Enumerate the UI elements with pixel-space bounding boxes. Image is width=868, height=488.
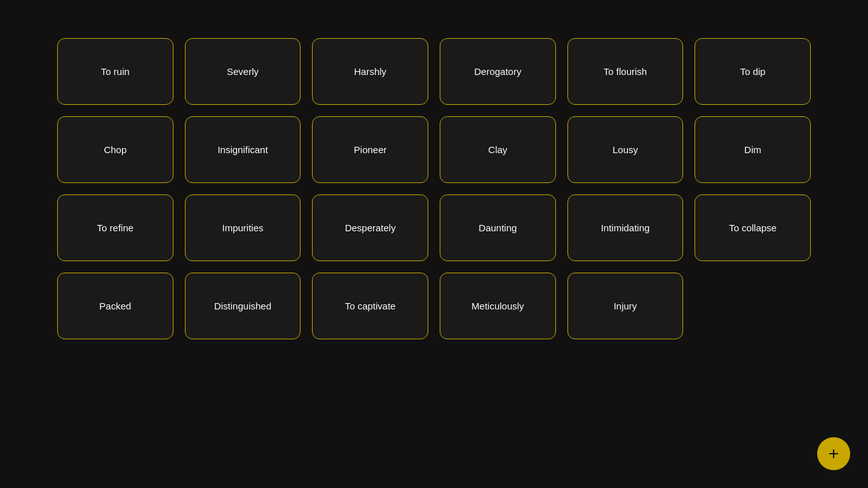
card-severly[interactable]: Severly bbox=[185, 38, 301, 105]
card-label-severly: Severly bbox=[220, 60, 265, 83]
card-label-to-refine: To refine bbox=[91, 216, 140, 240]
card-label-to-flourish: To flourish bbox=[597, 60, 653, 83]
card-daunting[interactable]: Daunting bbox=[440, 194, 556, 261]
card-chop[interactable]: Chop bbox=[57, 116, 173, 183]
card-label-lousy: Lousy bbox=[606, 138, 644, 161]
card-to-collapse[interactable]: To collapse bbox=[695, 194, 811, 261]
card-to-refine[interactable]: To refine bbox=[57, 194, 173, 261]
card-label-to-ruin: To ruin bbox=[95, 60, 136, 83]
card-desperately[interactable]: Desperately bbox=[312, 194, 428, 261]
card-packed[interactable]: Packed bbox=[57, 273, 173, 339]
card-label-clay: Clay bbox=[482, 138, 513, 161]
card-harshly[interactable]: Harshly bbox=[312, 38, 428, 105]
card-intimidating[interactable]: Intimidating bbox=[567, 194, 684, 261]
card-insignificant[interactable]: Insignificant bbox=[185, 116, 301, 183]
card-to-flourish[interactable]: To flourish bbox=[567, 38, 684, 105]
card-to-dip[interactable]: To dip bbox=[695, 38, 811, 105]
card-label-injury: Injury bbox=[607, 294, 644, 318]
card-label-desperately: Desperately bbox=[339, 216, 402, 240]
card-to-ruin[interactable]: To ruin bbox=[57, 38, 173, 105]
card-label-to-collapse: To collapse bbox=[722, 216, 783, 240]
card-label-chop: Chop bbox=[97, 138, 133, 161]
card-dim[interactable]: Dim bbox=[695, 116, 811, 183]
card-to-captivate[interactable]: To captivate bbox=[312, 273, 428, 339]
card-label-impurities: Impurities bbox=[215, 216, 269, 240]
card-label-daunting: Daunting bbox=[472, 216, 523, 240]
card-label-harshly: Harshly bbox=[348, 60, 393, 83]
card-label-packed: Packed bbox=[93, 294, 137, 318]
card-label-to-dip: To dip bbox=[734, 60, 772, 83]
card-impurities[interactable]: Impurities bbox=[185, 194, 301, 261]
card-injury[interactable]: Injury bbox=[567, 273, 684, 339]
card-label-intimidating: Intimidating bbox=[595, 216, 656, 240]
card-clay[interactable]: Clay bbox=[440, 116, 556, 183]
card-label-insignificant: Insignificant bbox=[211, 138, 274, 161]
card-label-pioneer: Pioneer bbox=[348, 138, 393, 161]
card-pioneer[interactable]: Pioneer bbox=[312, 116, 428, 183]
add-button[interactable]: + bbox=[817, 437, 850, 470]
card-label-to-captivate: To captivate bbox=[339, 294, 402, 318]
card-lousy[interactable]: Lousy bbox=[567, 116, 684, 183]
card-label-dim: Dim bbox=[738, 138, 768, 161]
card-label-derogatory: Derogatory bbox=[468, 60, 527, 83]
card-label-meticulously: Meticulously bbox=[465, 294, 531, 318]
card-distinguished[interactable]: Distinguished bbox=[185, 273, 301, 339]
card-label-distinguished: Distinguished bbox=[208, 294, 278, 318]
plus-icon: + bbox=[829, 445, 839, 463]
card-grid: To ruinSeverlyHarshlyDerogatoryTo flouri… bbox=[0, 0, 868, 377]
card-derogatory[interactable]: Derogatory bbox=[440, 38, 556, 105]
card-meticulously[interactable]: Meticulously bbox=[440, 273, 556, 339]
